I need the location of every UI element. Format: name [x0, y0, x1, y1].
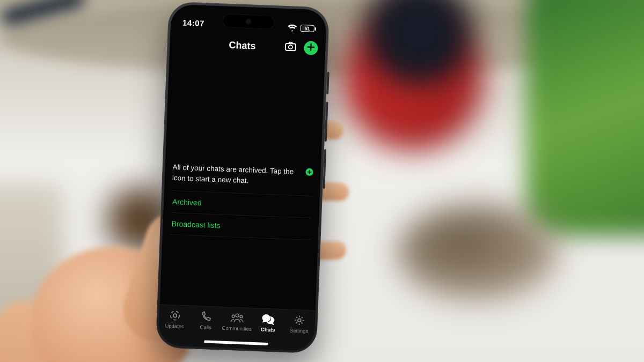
svg-rect-0 — [286, 43, 296, 51]
tab-calls[interactable]: Calls — [191, 311, 221, 331]
updates-icon — [169, 309, 181, 322]
svg-point-3 — [173, 314, 177, 317]
communities-icon — [230, 312, 245, 324]
broadcast-lists-link[interactable]: Broadcast lists — [170, 212, 311, 240]
new-chat-button[interactable] — [304, 41, 318, 55]
plus-icon — [307, 43, 315, 53]
page-title: Chats — [201, 38, 284, 53]
camera-icon — [284, 41, 297, 54]
tab-updates[interactable]: Updates — [159, 309, 190, 329]
tab-bar: Updates Calls — [158, 304, 316, 351]
battery-icon: 51 — [301, 25, 314, 32]
chats-content: All of your chats are archived. Tap the … — [160, 55, 325, 311]
phone-frame: 14:07 51 Chats — [156, 1, 330, 353]
empty-state: All of your chats are archived. Tap the … — [172, 162, 313, 188]
status-bar: 14:07 51 — [171, 4, 327, 35]
svg-point-6 — [240, 315, 243, 318]
chats-links: Archived Broadcast lists — [170, 190, 312, 240]
phone-screen: 14:07 51 Chats — [158, 4, 327, 351]
new-chat-hint-icon — [305, 168, 313, 176]
empty-state-text: All of your chats are archived. Tap the … — [172, 162, 302, 188]
svg-point-5 — [232, 315, 235, 317]
tab-label: Updates — [165, 323, 184, 329]
svg-point-4 — [236, 314, 239, 317]
tab-label: Settings — [290, 328, 309, 334]
phone-icon — [200, 311, 213, 323]
tab-label: Chats — [261, 327, 275, 333]
svg-point-7 — [298, 319, 301, 322]
gear-icon — [293, 314, 305, 327]
tab-label: Calls — [200, 324, 211, 330]
status-time: 14:07 — [182, 18, 204, 28]
wifi-icon — [288, 24, 297, 32]
home-indicator[interactable] — [204, 340, 268, 345]
camera-button[interactable] — [283, 41, 298, 54]
chats-icon — [261, 313, 275, 326]
photo-background: 14:07 51 Chats — [0, 0, 644, 362]
tab-label: Communities — [222, 325, 252, 332]
svg-point-2 — [170, 311, 179, 320]
svg-point-1 — [289, 45, 292, 49]
tab-chats[interactable]: Chats — [253, 313, 283, 333]
tab-settings[interactable]: Settings — [284, 314, 314, 334]
tab-communities[interactable]: Communities — [222, 312, 252, 332]
